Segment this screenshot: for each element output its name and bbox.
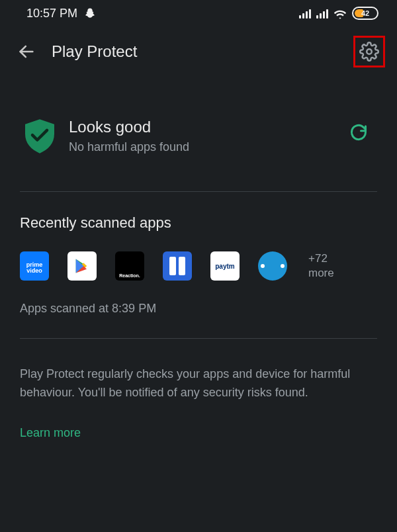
app-bar: Play Protect [0,32,397,71]
snapchat-icon [84,7,96,19]
page-title: Play Protect [52,42,137,61]
settings-button[interactable] [359,42,379,62]
wifi-icon [333,8,347,19]
info-text: Play Protect regularly checks your apps … [20,365,377,402]
scanned-at-text: Apps scanned at 8:39 PM [20,302,377,316]
app-icon-remote[interactable] [258,251,287,281]
status-bar: 10:57 PM 42 [0,0,397,26]
recent-section: Recently scanned apps primevideo Reactio… [20,192,377,316]
shield-check-icon [25,119,54,154]
divider [20,338,377,339]
more-count: +72 [308,251,334,266]
svg-point-1 [367,49,372,54]
app-icon-play-store[interactable] [67,251,97,281]
battery-icon: 42 [352,7,378,20]
signal-icon [299,8,311,19]
refresh-button[interactable] [349,123,368,142]
app-icon-equalizer[interactable] [163,251,192,281]
scan-status-block: Looks good No harmful apps found [20,71,377,191]
settings-highlight [353,36,385,67]
app-icon-paytm[interactable]: paytm [210,251,240,281]
app-icon-reaction[interactable]: Reaction. [115,251,144,281]
status-title: Looks good [69,118,189,136]
app-icon-prime-video[interactable]: primevideo [20,251,49,281]
learn-more-link[interactable]: Learn more [20,426,81,440]
back-button[interactable] [13,38,40,65]
status-time: 10:57 PM [26,7,77,21]
status-subtitle: No harmful apps found [69,140,189,154]
battery-percent: 42 [353,9,377,17]
more-apps-button[interactable]: +72 more [308,251,334,281]
signal-icon [316,8,328,19]
more-label: more [308,266,334,281]
apps-row: primevideo Reaction. paytm +72 more [20,251,377,281]
section-title: Recently scanned apps [20,214,377,232]
